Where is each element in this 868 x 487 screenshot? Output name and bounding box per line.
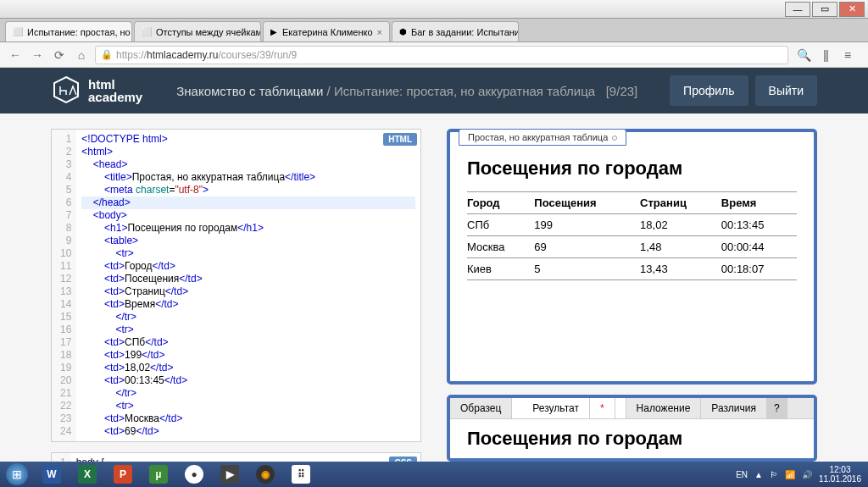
- favicon-icon: ▶: [270, 26, 278, 38]
- result-panel: Образец Результат* Наложение Различия ? …: [447, 395, 817, 462]
- back-button[interactable]: ←: [7, 47, 24, 64]
- search-icon[interactable]: 🔍: [795, 47, 812, 64]
- favicon-icon: ⬜: [13, 26, 23, 38]
- code-lines[interactable]: <!DOCTYPE html><html> <head> <title>Прос…: [76, 130, 420, 441]
- code-lines[interactable]: body { width: 350px; margin: 0; padding:…: [71, 453, 420, 462]
- breadcrumb-course[interactable]: Знакомство с таблицами: [176, 84, 323, 98]
- table-header: Посещения: [534, 192, 640, 214]
- dot-icon: [612, 136, 617, 141]
- table-header: Время: [721, 192, 797, 214]
- maximize-button[interactable]: ▭: [812, 2, 837, 17]
- tab-close-icon[interactable]: ×: [377, 27, 382, 37]
- tab-help[interactable]: ?: [767, 398, 787, 418]
- preview-table: ГородПосещенияСтраницВремя СПб19918,0200…: [467, 191, 797, 280]
- address-bar: ← → ⟳ ⌂ 🔒 https://htmlacademy.ru/courses…: [0, 42, 868, 68]
- main-content: HTML 12345678910111213141516171819202122…: [0, 113, 868, 462]
- preview-heading: Посещения по городам: [467, 158, 797, 180]
- tab-diff[interactable]: Различия: [701, 398, 767, 418]
- logo[interactable]: htmlacademy: [51, 75, 142, 106]
- browser-tab[interactable]: ▶Екатерина Клименко×: [263, 21, 390, 42]
- browser-tab-bar: ⬜Испытание: простая, но а× ⬜Отступы межд…: [0, 19, 868, 42]
- preview-tab: Простая, но аккуратная таблица: [459, 129, 626, 146]
- table-row: Киев513,4300:18:07: [467, 258, 797, 280]
- url-host: htmlacademy.ru: [147, 49, 218, 61]
- logo-text-top: html: [88, 78, 142, 91]
- table-header: Страниц: [640, 192, 721, 214]
- logo-text-bottom: academy: [88, 91, 142, 103]
- line-gutter: 12345: [52, 453, 71, 462]
- close-button[interactable]: ✕: [839, 2, 865, 17]
- menu-icon[interactable]: ≡: [839, 47, 856, 64]
- url-path: /courses/39/run/9: [219, 49, 298, 61]
- line-gutter: 123456789101112131415161718192021222324: [52, 130, 76, 441]
- minimize-button[interactable]: —: [785, 2, 810, 17]
- reload-button[interactable]: ⟳: [51, 47, 68, 64]
- result-heading: Посещения по городам: [467, 428, 797, 450]
- extension-icon[interactable]: ǁ: [817, 47, 834, 64]
- window-titlebar: — ▭ ✕: [0, 0, 868, 19]
- logo-icon: [51, 75, 81, 106]
- preview-panel: Простая, но аккуратная таблица Посещения…: [447, 129, 817, 385]
- browser-tab[interactable]: ⬜Испытание: простая, но а×: [5, 21, 132, 42]
- home-button[interactable]: ⌂: [73, 47, 90, 64]
- favicon-icon: ⬢: [399, 26, 407, 38]
- progress-indicator: [9/23]: [606, 84, 638, 98]
- tab-overlay[interactable]: Наложение: [626, 398, 702, 418]
- browser-tab[interactable]: ⬜Отступы между ячейкам×: [134, 21, 261, 42]
- browser-tab[interactable]: ⬢Баг в задании: Испытани×: [392, 21, 519, 42]
- url-input[interactable]: 🔒 https://htmlacademy.ru/courses/39/run/…: [95, 46, 788, 64]
- css-editor[interactable]: CSS 12345 body { width: 350px; margin: 0…: [51, 452, 421, 462]
- url-scheme: https: [116, 49, 138, 61]
- table-row: Москва691,4800:00:44: [467, 236, 797, 258]
- lock-icon: 🔒: [101, 49, 113, 60]
- forward-button[interactable]: →: [29, 47, 46, 64]
- tab-title: Отступы между ячейкам: [156, 27, 261, 37]
- site-header: htmlacademy Знакомство с таблицами / Исп…: [0, 68, 868, 113]
- table-row: СПб19918,0200:13:45: [467, 214, 797, 236]
- logout-button[interactable]: Выйти: [755, 75, 817, 106]
- tab-result[interactable]: Результат*: [512, 398, 626, 418]
- profile-button[interactable]: Профиль: [670, 75, 748, 106]
- breadcrumb: Знакомство с таблицами / Испытание: прос…: [176, 84, 663, 98]
- result-tabs: Образец Результат* Наложение Различия ?: [450, 398, 814, 419]
- editor-badge-html: HTML: [383, 133, 417, 146]
- html-editor[interactable]: HTML 12345678910111213141516171819202122…: [51, 129, 421, 442]
- tab-title: Баг в задании: Испытани: [411, 27, 519, 37]
- tab-title: Испытание: простая, но а: [27, 27, 132, 37]
- favicon-icon: ⬜: [142, 26, 152, 38]
- breadcrumb-task: Испытание: простая, но аккуратная таблиц…: [334, 84, 595, 98]
- table-header: Город: [467, 192, 534, 214]
- tab-sample[interactable]: Образец: [450, 398, 512, 418]
- tab-title: Екатерина Клименко: [282, 27, 373, 37]
